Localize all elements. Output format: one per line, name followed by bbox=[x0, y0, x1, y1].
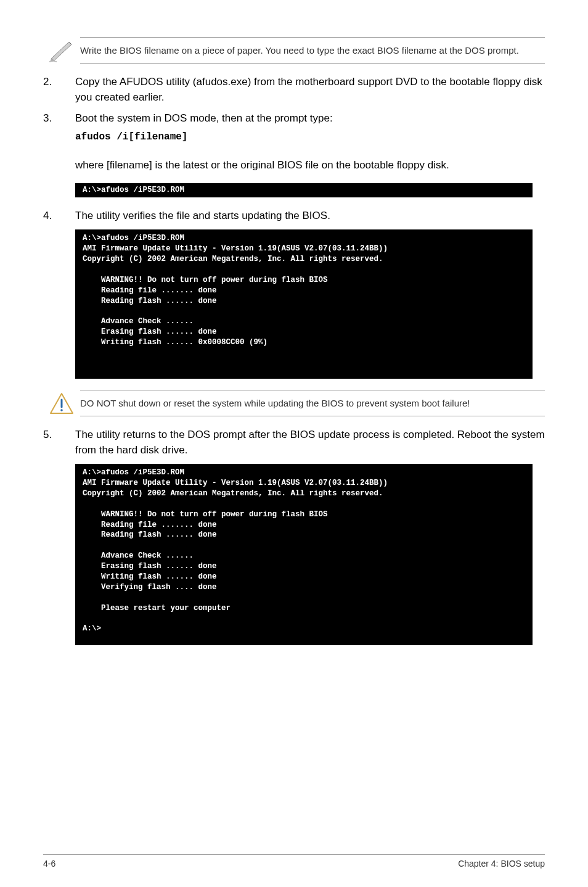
page-footer: 4-6 Chapter 4: BIOS setup bbox=[43, 854, 545, 868]
step-2: 2. Copy the AFUDOS utility (afudos.exe) … bbox=[43, 75, 545, 105]
note-row: Write the BIOS filename on a piece of pa… bbox=[43, 37, 545, 64]
warning-text: DO NOT shut down or reset the system whi… bbox=[80, 390, 545, 416]
terminal-output-2: A:\>afudos /iP5E3D.ROM AMI Firmware Upda… bbox=[75, 229, 533, 379]
chapter-label: Chapter 4: BIOS setup bbox=[458, 859, 545, 868]
code-command: afudos /i[filename] bbox=[75, 130, 545, 144]
step-body: Copy the AFUDOS utility (afudos.exe) fro… bbox=[75, 75, 545, 105]
sub-paragraph: where [filename] is the latest or the or… bbox=[75, 158, 545, 173]
step-4: 4. The utility verifies the file and sta… bbox=[43, 208, 545, 224]
terminal-output-1: A:\>afudos /iP5E3D.ROM bbox=[75, 183, 533, 197]
warning-icon bbox=[43, 390, 80, 416]
step-body: Boot the system in DOS mode, then at the… bbox=[75, 111, 545, 148]
svg-point-2 bbox=[60, 409, 63, 411]
step-3: 3. Boot the system in DOS mode, then at … bbox=[43, 111, 545, 148]
step-body: The utility verifies the file and starts… bbox=[75, 208, 545, 224]
step-number: 5. bbox=[43, 427, 75, 458]
note-text: Write the BIOS filename on a piece of pa… bbox=[80, 37, 545, 64]
pencil-icon bbox=[43, 37, 80, 63]
step-text: Boot the system in DOS mode, then at the… bbox=[75, 111, 545, 126]
step-5: 5. The utility returns to the DOS prompt… bbox=[43, 427, 545, 458]
step-body: The utility returns to the DOS prompt af… bbox=[75, 427, 545, 458]
step-number: 2. bbox=[43, 75, 75, 105]
step-number: 4. bbox=[43, 208, 75, 224]
warning-row: DO NOT shut down or reset the system whi… bbox=[43, 390, 545, 416]
step-number: 3. bbox=[43, 111, 75, 148]
page-number: 4-6 bbox=[43, 859, 55, 868]
terminal-output-3: A:\>afudos /iP5E3D.ROM AMI Firmware Upda… bbox=[75, 464, 533, 645]
